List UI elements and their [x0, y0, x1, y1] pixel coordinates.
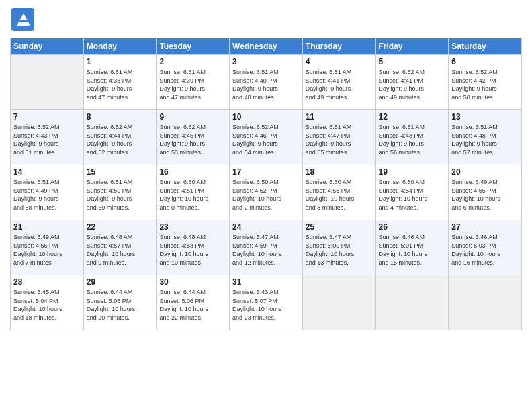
calendar-week-2: 7Sunrise: 6:52 AM Sunset: 4:43 PM Daylig… — [11, 110, 522, 165]
day-info: Sunrise: 6:47 AM Sunset: 5:00 PM Dayligh… — [306, 233, 373, 267]
header-day-tuesday: Tuesday — [157, 38, 230, 55]
calendar-body: 1Sunrise: 6:51 AM Sunset: 4:38 PM Daylig… — [11, 55, 522, 330]
calendar-cell: 2Sunrise: 6:51 AM Sunset: 4:39 PM Daylig… — [157, 55, 230, 110]
day-info: Sunrise: 6:52 AM Sunset: 4:43 PM Dayligh… — [13, 123, 81, 156]
header-day-sunday: Sunday — [11, 38, 84, 55]
day-info: Sunrise: 6:51 AM Sunset: 4:48 PM Dayligh… — [379, 123, 446, 156]
calendar-cell: 5Sunrise: 6:52 AM Sunset: 4:41 PM Daylig… — [375, 55, 449, 110]
day-number: 19 — [379, 167, 446, 177]
calendar-cell: 6Sunrise: 6:52 AM Sunset: 4:42 PM Daylig… — [449, 55, 522, 110]
day-number: 14 — [13, 167, 81, 177]
day-info: Sunrise: 6:50 AM Sunset: 4:52 PM Dayligh… — [232, 178, 300, 212]
day-info: Sunrise: 6:51 AM Sunset: 4:41 PM Dayligh… — [306, 68, 373, 101]
calendar-cell: 21Sunrise: 6:49 AM Sunset: 4:56 PM Dayli… — [11, 220, 84, 275]
calendar-cell: 24Sunrise: 6:47 AM Sunset: 4:59 PM Dayli… — [230, 220, 303, 275]
day-number: 3 — [232, 57, 300, 66]
day-number: 18 — [306, 167, 373, 177]
day-number: 27 — [451, 222, 519, 232]
day-number: 1 — [87, 57, 154, 66]
calendar-week-4: 21Sunrise: 6:49 AM Sunset: 4:56 PM Dayli… — [11, 220, 522, 275]
calendar-cell: 13Sunrise: 6:51 AM Sunset: 4:48 PM Dayli… — [449, 110, 522, 165]
calendar-cell: 28Sunrise: 6:45 AM Sunset: 5:04 PM Dayli… — [11, 275, 84, 330]
day-number: 29 — [87, 277, 154, 287]
day-number: 26 — [379, 222, 446, 232]
calendar-cell: 19Sunrise: 6:50 AM Sunset: 4:54 PM Dayli… — [375, 165, 449, 220]
day-info: Sunrise: 6:52 AM Sunset: 4:46 PM Dayligh… — [232, 123, 300, 156]
calendar-cell: 31Sunrise: 6:43 AM Sunset: 5:07 PM Dayli… — [230, 275, 303, 330]
day-number: 20 — [451, 167, 519, 177]
header-day-monday: Monday — [83, 38, 157, 55]
day-info: Sunrise: 6:50 AM Sunset: 4:51 PM Dayligh… — [159, 178, 226, 212]
day-number: 23 — [159, 222, 226, 232]
day-info: Sunrise: 6:51 AM Sunset: 4:48 PM Dayligh… — [451, 123, 519, 156]
day-number: 9 — [159, 112, 226, 122]
day-info: Sunrise: 6:51 AM Sunset: 4:49 PM Dayligh… — [13, 178, 81, 212]
day-number: 11 — [306, 112, 373, 122]
day-info: Sunrise: 6:46 AM Sunset: 5:01 PM Dayligh… — [379, 233, 446, 267]
calendar-table: SundayMondayTuesdayWednesdayThursdayFrid… — [10, 38, 522, 330]
calendar-cell: 9Sunrise: 6:52 AM Sunset: 4:45 PM Daylig… — [157, 110, 230, 165]
day-number: 24 — [232, 222, 300, 232]
day-number: 15 — [87, 167, 154, 177]
day-number: 25 — [306, 222, 373, 232]
day-info: Sunrise: 6:48 AM Sunset: 4:58 PM Dayligh… — [159, 233, 226, 267]
calendar-cell: 25Sunrise: 6:47 AM Sunset: 5:00 PM Dayli… — [302, 220, 375, 275]
day-info: Sunrise: 6:52 AM Sunset: 4:41 PM Dayligh… — [379, 68, 446, 101]
calendar-cell: 3Sunrise: 6:51 AM Sunset: 4:40 PM Daylig… — [230, 55, 303, 110]
header — [10, 7, 522, 32]
day-number: 16 — [159, 167, 226, 177]
day-info: Sunrise: 6:51 AM Sunset: 4:47 PM Dayligh… — [306, 123, 373, 156]
calendar-cell — [302, 275, 375, 330]
header-day-friday: Friday — [375, 38, 449, 55]
calendar-week-5: 28Sunrise: 6:45 AM Sunset: 5:04 PM Dayli… — [11, 275, 522, 330]
day-info: Sunrise: 6:49 AM Sunset: 4:56 PM Dayligh… — [13, 233, 81, 267]
day-number: 4 — [306, 57, 373, 66]
calendar-cell: 8Sunrise: 6:52 AM Sunset: 4:44 PM Daylig… — [83, 110, 157, 165]
day-info: Sunrise: 6:51 AM Sunset: 4:38 PM Dayligh… — [87, 68, 154, 101]
calendar-cell: 30Sunrise: 6:44 AM Sunset: 5:06 PM Dayli… — [157, 275, 230, 330]
calendar-cell: 10Sunrise: 6:52 AM Sunset: 4:46 PM Dayli… — [230, 110, 303, 165]
calendar-cell: 20Sunrise: 6:49 AM Sunset: 4:55 PM Dayli… — [449, 165, 522, 220]
calendar-cell: 18Sunrise: 6:50 AM Sunset: 4:53 PM Dayli… — [302, 165, 375, 220]
day-info: Sunrise: 6:48 AM Sunset: 4:57 PM Dayligh… — [87, 233, 154, 267]
calendar-cell: 27Sunrise: 6:46 AM Sunset: 5:03 PM Dayli… — [449, 220, 522, 275]
calendar-cell: 14Sunrise: 6:51 AM Sunset: 4:49 PM Dayli… — [11, 165, 84, 220]
day-number: 7 — [13, 112, 81, 122]
day-info: Sunrise: 6:44 AM Sunset: 5:05 PM Dayligh… — [87, 288, 154, 322]
day-number: 21 — [13, 222, 81, 232]
svg-rect-2 — [15, 20, 30, 22]
calendar-cell: 23Sunrise: 6:48 AM Sunset: 4:58 PM Dayli… — [157, 220, 230, 275]
day-info: Sunrise: 6:46 AM Sunset: 5:03 PM Dayligh… — [451, 233, 519, 267]
day-number: 22 — [87, 222, 154, 232]
calendar-cell: 11Sunrise: 6:51 AM Sunset: 4:47 PM Dayli… — [302, 110, 375, 165]
day-info: Sunrise: 6:45 AM Sunset: 5:04 PM Dayligh… — [13, 288, 81, 322]
day-info: Sunrise: 6:44 AM Sunset: 5:06 PM Dayligh… — [159, 288, 226, 322]
day-info: Sunrise: 6:52 AM Sunset: 4:44 PM Dayligh… — [87, 123, 154, 156]
day-number: 30 — [159, 277, 226, 287]
header-day-wednesday: Wednesday — [230, 38, 303, 55]
day-number: 10 — [232, 112, 300, 122]
day-info: Sunrise: 6:43 AM Sunset: 5:07 PM Dayligh… — [232, 288, 300, 322]
calendar-cell: 16Sunrise: 6:50 AM Sunset: 4:51 PM Dayli… — [157, 165, 230, 220]
calendar-week-3: 14Sunrise: 6:51 AM Sunset: 4:49 PM Dayli… — [11, 165, 522, 220]
day-info: Sunrise: 6:52 AM Sunset: 4:45 PM Dayligh… — [159, 123, 226, 156]
calendar-cell: 17Sunrise: 6:50 AM Sunset: 4:52 PM Dayli… — [230, 165, 303, 220]
day-info: Sunrise: 6:50 AM Sunset: 4:53 PM Dayligh… — [306, 178, 373, 212]
header-day-saturday: Saturday — [449, 38, 522, 55]
calendar-cell: 4Sunrise: 6:51 AM Sunset: 4:41 PM Daylig… — [302, 55, 375, 110]
calendar-cell: 22Sunrise: 6:48 AM Sunset: 4:57 PM Dayli… — [83, 220, 157, 275]
day-info: Sunrise: 6:47 AM Sunset: 4:59 PM Dayligh… — [232, 233, 300, 267]
day-number: 31 — [232, 277, 300, 287]
day-info: Sunrise: 6:51 AM Sunset: 4:40 PM Dayligh… — [232, 68, 300, 101]
calendar-cell — [11, 55, 84, 110]
calendar-cell: 15Sunrise: 6:51 AM Sunset: 4:50 PM Dayli… — [83, 165, 157, 220]
calendar-cell: 7Sunrise: 6:52 AM Sunset: 4:43 PM Daylig… — [11, 110, 84, 165]
logo — [10, 7, 38, 32]
day-number: 6 — [451, 57, 519, 66]
day-number: 12 — [379, 112, 446, 122]
calendar-cell — [375, 275, 449, 330]
day-number: 28 — [13, 277, 81, 287]
day-number: 8 — [87, 112, 154, 122]
calendar-cell: 26Sunrise: 6:46 AM Sunset: 5:01 PM Dayli… — [375, 220, 449, 275]
calendar-header-row: SundayMondayTuesdayWednesdayThursdayFrid… — [11, 38, 522, 55]
